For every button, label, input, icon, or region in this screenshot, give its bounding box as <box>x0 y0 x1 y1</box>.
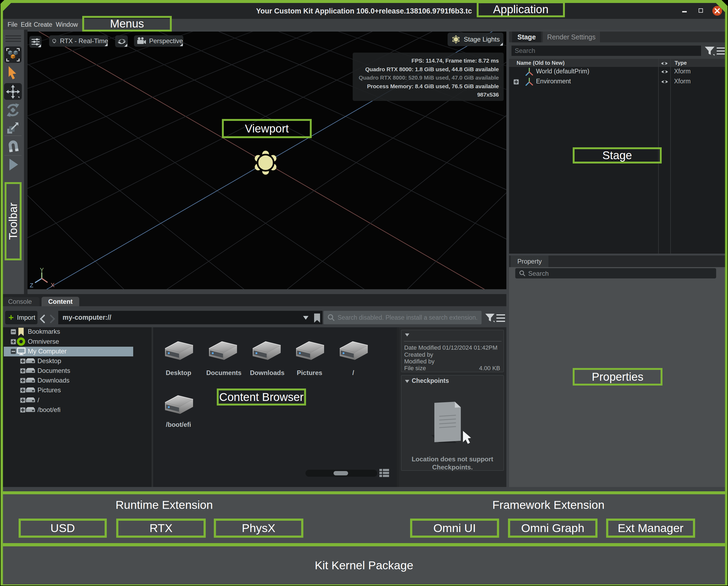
svg-text:Y: Y <box>40 267 44 273</box>
svg-text:Z: Z <box>30 282 33 289</box>
svg-text:X: X <box>51 282 55 288</box>
